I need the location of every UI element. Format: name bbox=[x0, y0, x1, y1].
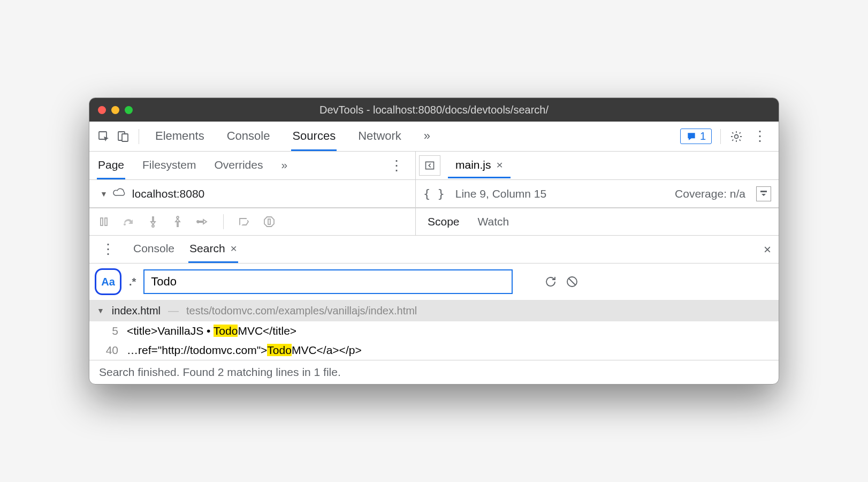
drawer-tabs: ⋮ Console Search × × bbox=[89, 236, 779, 263]
refresh-icon[interactable] bbox=[544, 275, 558, 289]
kebab-icon[interactable]: ⋮ bbox=[749, 128, 771, 145]
drawer-tab-label: Search bbox=[189, 242, 225, 255]
pause-icon[interactable] bbox=[97, 215, 111, 229]
match-case-toggle[interactable]: Aa bbox=[95, 268, 121, 295]
divider bbox=[720, 129, 721, 144]
format-button[interactable]: { } bbox=[423, 187, 445, 200]
devtools-window: DevTools - localhost:8080/docs/devtools/… bbox=[89, 97, 779, 385]
regex-toggle[interactable]: .* bbox=[129, 276, 136, 288]
tree-host[interactable]: localhost:8080 bbox=[132, 187, 204, 200]
close-drawer-icon[interactable]: × bbox=[764, 242, 771, 257]
minimize-icon[interactable] bbox=[111, 106, 119, 114]
svg-rect-2 bbox=[122, 134, 128, 141]
main-tabs: Elements Console Sources Network » bbox=[154, 122, 431, 151]
chevron-down-icon[interactable]: ▼ bbox=[97, 306, 104, 315]
kebab-icon[interactable]: ⋮ bbox=[385, 157, 408, 174]
svg-point-9 bbox=[152, 225, 154, 227]
close-icon[interactable]: × bbox=[497, 159, 503, 171]
search-status: Search finished. Found 2 matching lines … bbox=[89, 360, 779, 384]
svg-rect-7 bbox=[105, 218, 107, 225]
sources-tab-page[interactable]: Page bbox=[97, 152, 125, 179]
pause-exceptions-icon[interactable] bbox=[262, 215, 276, 229]
watch-tab[interactable]: Watch bbox=[477, 211, 511, 232]
cursor-position: Line 9, Column 15 bbox=[455, 187, 546, 200]
deactivate-breakpoints-icon[interactable] bbox=[238, 215, 252, 229]
svg-rect-4 bbox=[426, 162, 434, 169]
drawer-tab-search[interactable]: Search × bbox=[188, 236, 238, 263]
svg-point-3 bbox=[735, 134, 738, 138]
sources-tab-more[interactable]: » bbox=[280, 152, 288, 179]
sources-tab-filesystem[interactable]: Filesystem bbox=[141, 152, 197, 179]
file-tab-label: main.js bbox=[455, 159, 491, 171]
cloud-icon bbox=[113, 187, 127, 200]
chevron-down-icon[interactable]: ▼ bbox=[100, 190, 108, 198]
dropdown-icon[interactable] bbox=[756, 186, 771, 201]
search-bar: Aa .* bbox=[89, 263, 779, 300]
svg-rect-6 bbox=[101, 218, 103, 225]
main-toolbar: Elements Console Sources Network » 1 ⋮ bbox=[89, 122, 779, 152]
gear-icon[interactable] bbox=[729, 130, 743, 144]
feedback-count: 1 bbox=[700, 130, 706, 142]
step-out-icon[interactable] bbox=[171, 215, 185, 229]
titlebar: DevTools - localhost:8080/docs/devtools/… bbox=[89, 98, 779, 122]
inspect-icon[interactable] bbox=[97, 130, 111, 144]
window-title: DevTools - localhost:8080/docs/devtools/… bbox=[89, 104, 779, 116]
svg-point-10 bbox=[177, 216, 179, 219]
search-input[interactable] bbox=[143, 269, 513, 294]
result-file-path: tests/todomvc.com/examples/vanillajs/ind… bbox=[186, 305, 417, 317]
tab-more[interactable]: » bbox=[423, 122, 431, 151]
coverage-label: Coverage: n/a bbox=[675, 187, 745, 200]
kebab-icon[interactable]: ⋮ bbox=[97, 241, 119, 258]
sources-body: ▼ localhost:8080 { } Line 9, Column 15 C… bbox=[89, 180, 779, 208]
zoom-icon[interactable] bbox=[125, 106, 133, 114]
result-file-name: index.html bbox=[112, 305, 161, 317]
close-icon[interactable] bbox=[98, 106, 106, 114]
search-results: ▼ index.html — tests/todomvc.com/example… bbox=[89, 300, 779, 360]
tab-console[interactable]: Console bbox=[226, 122, 271, 151]
show-nav-pane-icon[interactable] bbox=[419, 155, 440, 176]
divider bbox=[223, 214, 224, 229]
result-line[interactable]: 5 <title>VanillaJS • TodoMVC</title> bbox=[89, 321, 779, 341]
divider bbox=[139, 129, 139, 144]
close-icon[interactable]: × bbox=[231, 242, 237, 255]
step-icon[interactable] bbox=[195, 215, 209, 229]
line-text: <title>VanillaJS • TodoMVC</title> bbox=[127, 325, 296, 337]
cancel-icon[interactable] bbox=[565, 275, 579, 289]
file-tab-mainjs[interactable]: main.js × bbox=[448, 153, 511, 178]
line-number: 40 bbox=[97, 344, 118, 357]
tab-network[interactable]: Network bbox=[357, 122, 402, 151]
device-toggle-icon[interactable] bbox=[116, 130, 130, 144]
feedback-button[interactable]: 1 bbox=[680, 129, 712, 144]
sources-subheader: Page Filesystem Overrides » ⋮ main.js × bbox=[89, 152, 779, 180]
result-line[interactable]: 40 …ref="http://todomvc.com">TodoMVC</a>… bbox=[89, 341, 779, 360]
svg-point-8 bbox=[124, 223, 126, 225]
svg-rect-5 bbox=[760, 191, 767, 192]
sources-tab-overrides[interactable]: Overrides bbox=[213, 152, 264, 179]
scope-tab[interactable]: Scope bbox=[427, 211, 461, 232]
line-number: 5 bbox=[97, 325, 118, 337]
tab-sources[interactable]: Sources bbox=[291, 122, 337, 151]
result-file-header[interactable]: ▼ index.html — tests/todomvc.com/example… bbox=[89, 300, 779, 321]
traffic-lights bbox=[98, 106, 133, 114]
line-text: …ref="http://todomvc.com">TodoMVC</a></p… bbox=[127, 344, 362, 357]
debug-row: Scope Watch bbox=[89, 208, 779, 236]
step-over-icon[interactable] bbox=[121, 215, 135, 229]
tab-elements[interactable]: Elements bbox=[154, 122, 205, 151]
drawer-tab-console[interactable]: Console bbox=[132, 236, 176, 263]
svg-rect-12 bbox=[268, 219, 270, 224]
step-into-icon[interactable] bbox=[146, 215, 160, 229]
